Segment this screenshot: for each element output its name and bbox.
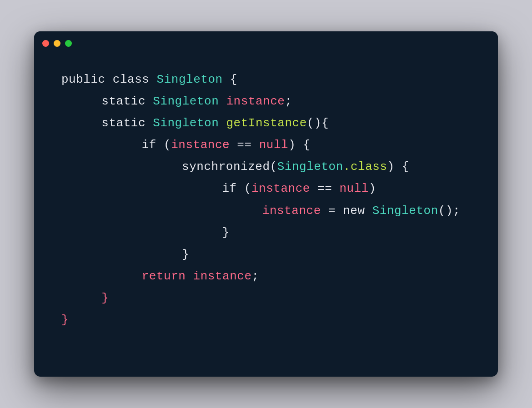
code-line-1: public class Singleton { <box>61 69 471 90</box>
code-line-2: static Singleton instance; <box>61 90 471 112</box>
code-line-4: if (instance == null) { <box>61 134 471 156</box>
traffic-lights <box>42 40 72 47</box>
minimize-button[interactable] <box>54 40 60 47</box>
code-line-12: } <box>61 309 471 331</box>
code-area: public class Singleton { static Singleto… <box>34 55 498 377</box>
close-button[interactable] <box>42 40 49 47</box>
maximize-button[interactable] <box>65 40 72 47</box>
code-line-9: } <box>61 244 471 265</box>
code-line-8: } <box>61 222 471 244</box>
code-line-6: if (instance == null) <box>61 178 471 199</box>
code-line-3: static Singleton getInstance(){ <box>61 112 471 134</box>
code-line-5: synchronized(Singleton.class) { <box>61 156 471 178</box>
code-line-10: return instance; <box>61 265 471 287</box>
code-line-7: instance = new Singleton(); <box>61 200 471 222</box>
title-bar <box>34 31 498 55</box>
code-line-11: } <box>61 287 471 309</box>
code-window: public class Singleton { static Singleto… <box>34 31 498 377</box>
code-block: public class Singleton { static Singleto… <box>61 69 471 331</box>
